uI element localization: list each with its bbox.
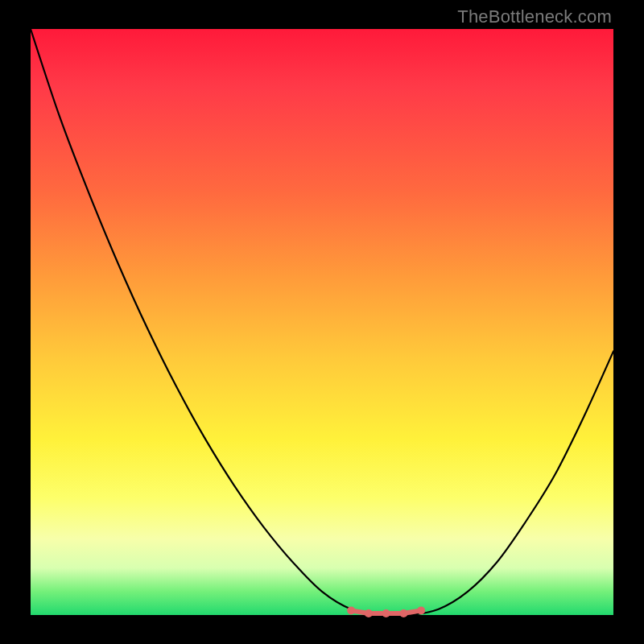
- chart-frame: TheBottleneck.com: [0, 0, 644, 644]
- optimal-marker-dot: [382, 609, 390, 617]
- optimal-marker-dot: [365, 609, 373, 617]
- optimal-marker-dot: [347, 606, 355, 614]
- plot-area: [31, 29, 613, 615]
- optimal-marker-dot: [399, 609, 407, 617]
- bottleneck-curve: [31, 29, 613, 616]
- curve-layer: [31, 29, 613, 615]
- optimal-marker-dot: [417, 606, 425, 614]
- optimal-range-markers: [347, 606, 425, 617]
- watermark-text: TheBottleneck.com: [457, 6, 612, 27]
